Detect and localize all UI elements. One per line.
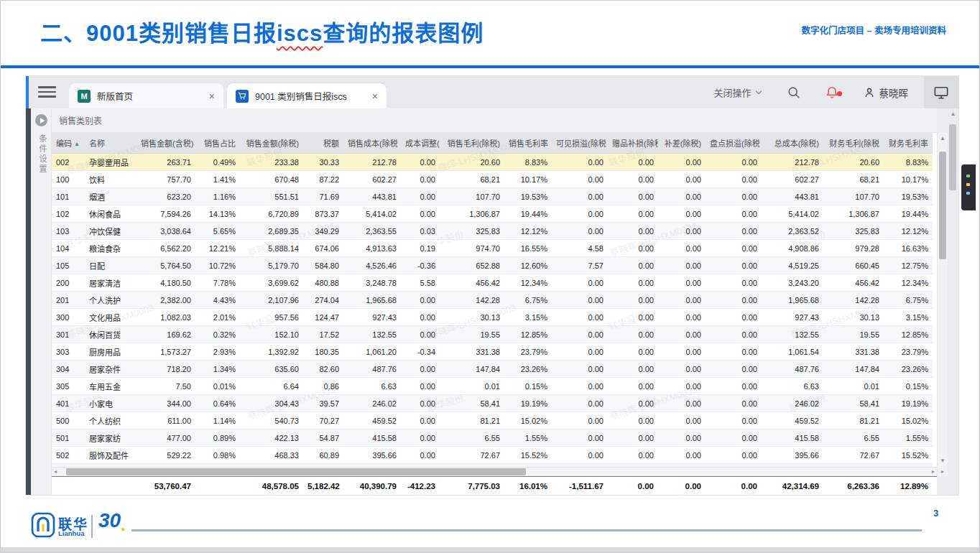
page-scroll-thumb[interactable] xyxy=(949,124,956,190)
cell: 68.21 xyxy=(440,171,504,188)
total-cell: 5,182.42 xyxy=(303,477,343,495)
menu-icon[interactable] xyxy=(38,86,56,98)
cell: 0.00 xyxy=(552,361,608,378)
table-row[interactable]: 104粮油食杂6,562.2012.21%5,888.14674.064,913… xyxy=(52,240,933,257)
cell: 0.00 xyxy=(401,361,440,378)
cell: 17.52 xyxy=(303,326,343,343)
cell: 0.00 xyxy=(706,395,762,412)
table-vertical-scrollbar[interactable]: ▲ ▼ ▸ xyxy=(937,133,948,476)
table-row[interactable]: 201个人洗护2,382.004.43%2,107.96274.041,965.… xyxy=(52,292,933,309)
column-header[interactable]: 名称 xyxy=(85,133,137,154)
cell: 927.43 xyxy=(343,309,401,326)
close-operation-dropdown[interactable]: 关闭操作 xyxy=(713,85,762,99)
column-header[interactable]: 赠品补损(除税 xyxy=(608,133,658,154)
column-header[interactable]: 销售金额(含税) xyxy=(137,133,195,154)
column-header[interactable]: 销售成本(除税 xyxy=(343,133,401,154)
table-row[interactable]: 304居家杂件718.201.34%635.6082.60487.760.001… xyxy=(52,361,933,378)
horizontal-scrollbar[interactable]: ◂ ▸ xyxy=(52,467,937,476)
table-row[interactable]: 102休闲食品7,594.2614.13%6,720.89873.375,414… xyxy=(52,205,933,223)
table-scroll-thumb[interactable] xyxy=(939,152,946,259)
cell: 58.41 xyxy=(440,395,504,412)
cell: 500 xyxy=(52,412,85,429)
page-vertical-scrollbar[interactable]: ▲ xyxy=(948,108,958,495)
column-header[interactable]: 销售占比 xyxy=(195,133,240,154)
cell: 304 xyxy=(52,361,85,378)
cell: 0.00 xyxy=(401,326,440,343)
table-row[interactable]: 502服饰及配件529.220.98%468.3360.89395.660.00… xyxy=(52,447,933,464)
table-row[interactable]: 301休闲百货169.620.32%152.1017.52132.550.001… xyxy=(52,326,933,343)
column-header[interactable]: 销售毛利(除税) xyxy=(440,133,504,154)
table-row[interactable]: 500个人纺织611.001.14%540.7370.27459.520.008… xyxy=(52,412,933,429)
cell: 0.00 xyxy=(401,171,440,188)
cell: 670.48 xyxy=(240,171,303,188)
column-header[interactable]: 税额 xyxy=(303,133,343,154)
close-icon[interactable]: × xyxy=(372,91,378,101)
scroll-right-icon[interactable]: ▸ xyxy=(932,468,935,476)
column-header[interactable]: 销售金额(除税) xyxy=(240,133,303,154)
table-row[interactable]: 103冲饮保健3,038.645.65%2,689.35349.292,363.… xyxy=(52,223,933,240)
column-header[interactable]: 销售毛利率 xyxy=(504,133,552,154)
cell: 孕婴童用品 xyxy=(85,154,137,171)
cell: 501 xyxy=(52,429,85,447)
cell: 0.00 xyxy=(401,205,440,223)
table-row[interactable]: 105日配5,764.5010.72%5,179.70584.804,526.4… xyxy=(52,257,933,274)
cell: 0.00 xyxy=(706,274,762,292)
table-row[interactable]: 101烟酒623.201.16%551.5171.69443.810.00107… xyxy=(52,188,933,205)
floating-widget[interactable] xyxy=(961,164,976,210)
cell: 957.56 xyxy=(240,309,303,326)
cell: 0.00 xyxy=(401,292,440,309)
horizontal-scroll-thumb[interactable] xyxy=(66,468,526,475)
cell: 19.53% xyxy=(884,188,933,205)
cell: 0.00 xyxy=(658,309,706,326)
table-row[interactable]: 300文化用品1,082.032.01%957.56124.47927.430.… xyxy=(52,309,933,326)
cell: 443.81 xyxy=(343,188,401,205)
column-header[interactable]: 财务毛利率 xyxy=(884,133,933,154)
cell: 0.00 xyxy=(608,343,658,361)
total-cell: 0.00 xyxy=(706,477,762,495)
table-row[interactable]: 305车用五金7.500.01%6.640.866.630.000.010.15… xyxy=(52,378,933,395)
cell: 0.00 xyxy=(401,395,440,412)
column-header[interactable]: 成本调整( xyxy=(401,133,440,154)
cell: 1,061.20 xyxy=(343,343,401,361)
scroll-corner-icon[interactable]: ▸ xyxy=(938,468,948,475)
column-header[interactable]: 可见损溢(除税 xyxy=(552,133,608,154)
collapsed-sidebar[interactable] xyxy=(26,108,31,495)
column-header[interactable]: 总成本(除税) xyxy=(762,133,823,154)
column-header[interactable]: 盘点损溢(除税 xyxy=(706,133,762,154)
expand-panel-button[interactable] xyxy=(35,114,47,126)
column-header[interactable]: 编码▲ xyxy=(52,133,85,154)
table-row[interactable]: 401小家电344.000.64%304.4339.57246.020.0058… xyxy=(52,395,933,412)
scroll-down-icon[interactable]: ▼ xyxy=(938,457,948,464)
column-header[interactable]: 补差(除税) xyxy=(658,133,706,154)
cell: 81.21 xyxy=(440,412,504,429)
cell: 个人洗护 xyxy=(85,292,137,309)
scroll-left-icon[interactable]: ◂ xyxy=(54,468,57,476)
table-row[interactable]: 002孕婴童用品263.710.49%233.3830.33212.780.00… xyxy=(52,154,933,171)
cell: 303 xyxy=(52,343,85,361)
tab-home[interactable]: M 新版首页 × xyxy=(69,83,223,108)
cell: 12.12% xyxy=(884,223,933,240)
cell: 602.27 xyxy=(762,171,823,188)
table-row[interactable]: 501居家家纺477.000.89%422.1354.87415.580.006… xyxy=(52,429,933,447)
cell: 8.83% xyxy=(884,154,933,171)
table-row[interactable]: 100饮料757.701.41%670.4887.22602.270.0068.… xyxy=(52,171,933,188)
cell: 0.00 xyxy=(608,171,658,188)
column-header[interactable]: 财务毛利(除税 xyxy=(823,133,884,154)
tab-report[interactable]: 9001 类别销售日报iscs × xyxy=(227,83,387,108)
scroll-up-icon[interactable]: ▲ xyxy=(948,111,958,117)
notification-bell-icon[interactable] xyxy=(824,85,840,101)
cell: 车用五金 xyxy=(85,378,137,395)
close-icon[interactable]: × xyxy=(209,91,215,101)
display-mode-button[interactable] xyxy=(924,76,958,108)
cell: 3.15% xyxy=(884,309,933,326)
cell: 104 xyxy=(52,240,85,257)
scroll-up-icon[interactable]: ▲ xyxy=(938,135,948,141)
search-icon[interactable] xyxy=(787,85,801,100)
cell: 0.00 xyxy=(401,412,440,429)
cell: 0.00 xyxy=(658,395,706,412)
user-name: 蔡晓晖 xyxy=(879,85,909,100)
user-menu[interactable]: 蔡晓晖 xyxy=(863,85,909,100)
table-row[interactable]: 200居家清洁4,180.507.78%3,699.62480.883,248.… xyxy=(52,274,933,292)
table-row[interactable]: 303厨房用品1,573.272.93%1,392.92180.351,061.… xyxy=(52,343,933,361)
cell: 7.50 xyxy=(137,378,195,395)
